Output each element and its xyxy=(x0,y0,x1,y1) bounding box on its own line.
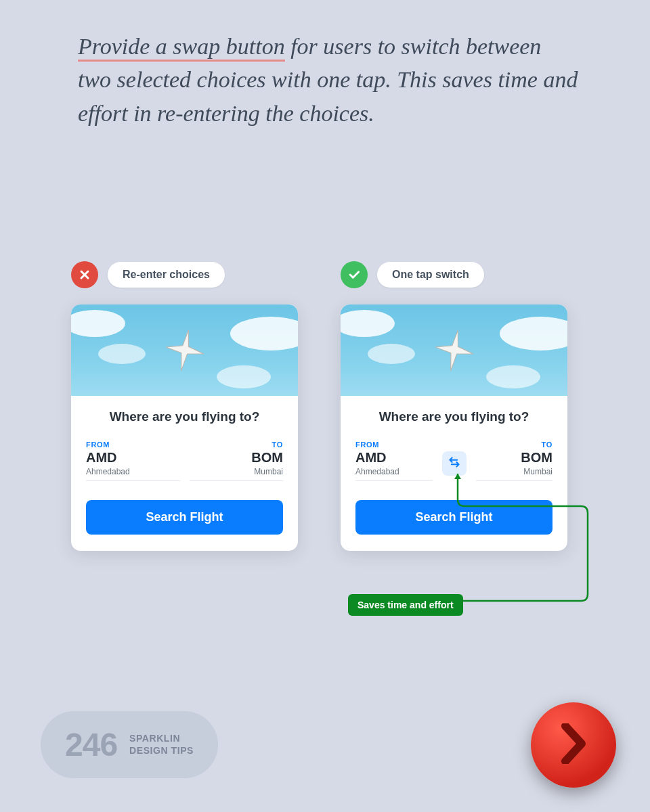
tag-bad: Re-enter choices xyxy=(108,262,225,288)
tip-number-badge: 246 SPARKLIN DESIGN TIPS xyxy=(41,711,218,778)
from-code: AMD xyxy=(355,450,433,466)
to-code: BOM xyxy=(476,450,553,466)
headline-emphasis: Provide a swap button xyxy=(78,34,285,62)
brand-line-1: SPARKLIN xyxy=(129,733,194,745)
search-flight-button[interactable]: Search Flight xyxy=(86,500,283,535)
to-field[interactable]: TO BOM Mumbai xyxy=(190,441,284,481)
cross-icon xyxy=(71,261,98,288)
hero-image xyxy=(341,304,567,396)
flight-card-good: Where are you flying to? FROM AMD Ahmeda… xyxy=(341,304,567,551)
to-label: TO xyxy=(476,441,553,449)
to-field[interactable]: TO BOM Mumbai xyxy=(476,441,553,481)
flight-card-bad: Where are you flying to? FROM AMD Ahmeda… xyxy=(71,304,298,551)
to-code: BOM xyxy=(190,450,284,466)
from-label: FROM xyxy=(355,441,433,449)
from-label: FROM xyxy=(86,441,180,449)
from-code: AMD xyxy=(86,450,180,466)
airplane-icon xyxy=(427,323,481,378)
to-label: TO xyxy=(190,441,284,449)
check-icon xyxy=(341,261,368,288)
search-flight-button[interactable]: Search Flight xyxy=(355,500,552,535)
swap-button[interactable] xyxy=(442,451,467,476)
to-city: Mumbai xyxy=(190,467,284,476)
example-bad: Re-enter choices Where are you flying to… xyxy=(71,260,315,551)
example-good: One tap switch Where are you flying to? … xyxy=(341,260,584,551)
prompt-text: Where are you flying to? xyxy=(355,409,552,424)
headline-text: Provide a swap button for users to switc… xyxy=(78,30,579,130)
to-city: Mumbai xyxy=(476,467,553,476)
tag-good: One tap switch xyxy=(377,262,484,288)
prompt-text: Where are you flying to? xyxy=(86,409,283,424)
airplane-icon xyxy=(157,323,212,378)
chevron-right-icon xyxy=(560,723,587,767)
from-field[interactable]: FROM AMD Ahmedabad xyxy=(86,441,180,481)
from-city: Ahmedabad xyxy=(355,467,433,476)
swap-icon xyxy=(448,455,461,472)
next-button[interactable] xyxy=(531,702,616,788)
callout-label: Saves time and effort xyxy=(348,594,463,616)
brand-line-2: DESIGN TIPS xyxy=(129,745,194,757)
hero-image xyxy=(71,304,298,396)
from-field[interactable]: FROM AMD Ahmedabad xyxy=(355,441,433,481)
tip-number: 246 xyxy=(65,726,117,763)
from-city: Ahmedabad xyxy=(86,467,180,476)
